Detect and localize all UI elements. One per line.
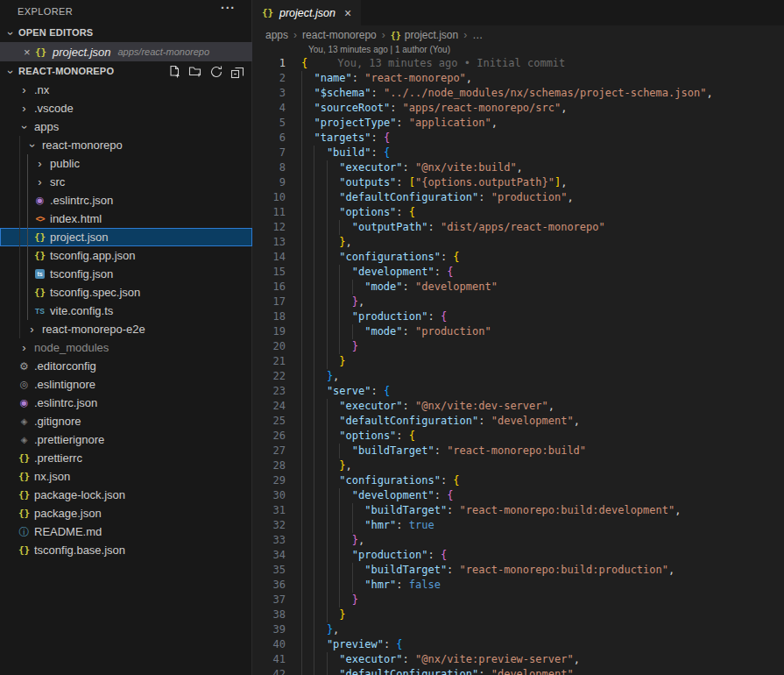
code-line-42[interactable]: 42"defaultConfiguration": "development" [253, 667, 784, 675]
more-actions-icon[interactable]: ··· [221, 1, 236, 15]
explorer-title-bar: EXPLORER ··· [0, 0, 251, 23]
indent-guide [301, 160, 314, 175]
tree-item-react-monorepo[interactable]: ›react-monorepo [0, 136, 252, 154]
tree-item-readme-md[interactable]: ⓘREADME.md [0, 522, 252, 541]
tree-item-apps[interactable]: ›apps [0, 117, 252, 136]
code-line-21[interactable]: 21} [253, 354, 784, 369]
tree-item-public[interactable]: ›public [0, 154, 252, 173]
code-line-23[interactable]: 23"serve": { [253, 384, 784, 399]
new-folder-icon[interactable] [187, 64, 202, 79]
tree-item--vscode[interactable]: ›.vscode [0, 99, 252, 117]
codelens-annotation[interactable]: You, 13 minutes ago | 1 author (You) [308, 45, 450, 54]
code-line-31[interactable]: 31"buildTarget": "react-monorepo:build:d… [253, 503, 784, 518]
code-line-39[interactable]: 39}, [253, 622, 784, 637]
tree-item--nx[interactable]: ›.nx [0, 81, 252, 99]
workspace-section-header[interactable]: › REACT-MONOREPO [0, 61, 251, 81]
code-line-41[interactable]: 41"executor": "@nx/vite:preview-server", [253, 652, 784, 667]
refresh-icon[interactable] [208, 64, 223, 79]
indent-guide [301, 444, 314, 458]
code-line-38[interactable]: 38} [253, 608, 784, 622]
tree-item--prettierrc[interactable]: {}.prettierrc [0, 449, 252, 467]
code-line-33[interactable]: 33}, [253, 533, 784, 548]
code-token: : [371, 146, 383, 159]
close-icon[interactable]: × [24, 46, 34, 59]
tab-project-json[interactable]: {} project.json × [253, 0, 361, 25]
code-line-22[interactable]: 22}, [253, 369, 784, 384]
code-line-35[interactable]: 35"buildTarget": "react-monorepo:build:p… [253, 563, 784, 578]
indent-guide [314, 429, 326, 444]
tab-close-icon[interactable]: × [343, 6, 353, 20]
tree-item--prettierignore[interactable]: ◈.prettierignore [0, 430, 252, 449]
open-editor-item[interactable]: × {} project.json apps/react-monorepo [0, 42, 252, 61]
code-line-2[interactable]: 2"name": "react-monorepo", [253, 71, 784, 86]
collapse-all-icon[interactable] [230, 64, 244, 79]
code-line-30[interactable]: 30"development": { [253, 488, 784, 503]
tree-item-package-json[interactable]: {}package.json [0, 504, 252, 522]
section-actions [166, 64, 244, 79]
code-token: , [574, 415, 580, 427]
code-line-36[interactable]: 36"hmr": false [253, 578, 784, 593]
tree-item-tsconfig-app-json[interactable]: {}tsconfig.app.json [0, 246, 252, 265]
code-token: "production" [352, 310, 428, 323]
tree-item-tsconfig-spec-json[interactable]: {}tsconfig.spec.json [0, 283, 252, 302]
tree-item-nx-json[interactable]: {}nx.json [0, 467, 252, 486]
code-line-28[interactable]: 28}, [253, 458, 784, 473]
code-line-34[interactable]: 34"production": { [253, 548, 784, 563]
breadcrumb-label: project.json [405, 29, 458, 41]
code-line-29[interactable]: 29"configurations": { [253, 473, 784, 488]
code-line-26[interactable]: 26"options": { [253, 429, 784, 444]
breadcrumb-item--[interactable]: … [472, 29, 483, 41]
code-line-17[interactable]: 17}, [253, 295, 784, 309]
code-line-27[interactable]: 27"buildTarget": "react-monorepo:build" [253, 444, 784, 458]
new-file-icon[interactable] [166, 64, 181, 79]
code-line-11[interactable]: 11"options": { [253, 205, 784, 220]
tree-item-project-json[interactable]: {}project.json [0, 228, 252, 246]
tree-item--editorconfig[interactable]: ⚙.editorconfig [0, 357, 252, 375]
breadcrumb-item-project-json[interactable]: {}project.json [391, 29, 458, 41]
code-line-6[interactable]: 6"targets": { [253, 131, 784, 146]
tree-item--eslintrc-json[interactable]: ◉.eslintrc.json [0, 191, 252, 210]
tree-item--gitignore[interactable]: ◈.gitignore [0, 412, 252, 430]
code-line-13[interactable]: 13}, [253, 235, 784, 250]
code-line-25[interactable]: 25"defaultConfiguration": "development", [253, 414, 784, 429]
tree-item-index-html[interactable]: <>index.html [0, 210, 252, 228]
code-line-16[interactable]: 16"mode": "development" [253, 280, 784, 295]
open-editors-header[interactable]: › OPEN EDITORS [0, 23, 251, 42]
code-line-32[interactable]: 32"hmr": true [253, 518, 784, 533]
tree-item-react-monorepo-e2e[interactable]: ›react-monorepo-e2e [0, 320, 252, 338]
code-line-3[interactable]: 3"$schema": "../../node_modules/nx/schem… [253, 86, 784, 101]
breadcrumb-item-apps[interactable]: apps [265, 29, 288, 41]
tree-item--eslintrc-json[interactable]: ◉.eslintrc.json [0, 394, 252, 412]
tree-item-label: .gitignore [34, 415, 81, 428]
code-line-37[interactable]: 37} [253, 593, 784, 608]
code-line-8[interactable]: 8"executor": "@nx/vite:build", [253, 160, 784, 175]
code-line-40[interactable]: 40"preview": { [253, 637, 784, 652]
code-line-14[interactable]: 14"configurations": { [253, 250, 784, 265]
code-line-10[interactable]: 10"defaultConfiguration": "production", [253, 190, 784, 205]
code-line-5[interactable]: 5"projectType": "application", [253, 116, 784, 131]
code-line-1[interactable]: 1{You, 13 minutes ago • Initial commit [253, 56, 784, 71]
line-content: "options": { [301, 205, 415, 220]
tree-item-vite-config-ts[interactable]: TSvite.config.ts [0, 302, 252, 320]
tree-item-node-modules[interactable]: ›node_modules [0, 338, 252, 357]
code-line-7[interactable]: 7"build": { [253, 146, 784, 160]
code-line-15[interactable]: 15"development": { [253, 265, 784, 280]
breadcrumb-separator-icon: › [382, 29, 385, 41]
code-line-12[interactable]: 12"outputPath": "dist/apps/react-monorep… [253, 220, 784, 235]
json-braces-icon: {} [33, 250, 46, 261]
code-line-24[interactable]: 24"executor": "@nx/vite:dev-server", [253, 399, 784, 414]
code-area[interactable]: 1{You, 13 minutes ago • Initial commit2"… [253, 56, 784, 675]
tree-item--eslintignore[interactable]: ◎.eslintignore [0, 375, 252, 394]
breadcrumb-item-react-monorepo[interactable]: react-monorepo [302, 29, 377, 41]
tree-item-tsconfig-json[interactable]: tstsconfig.json [0, 265, 252, 283]
code-line-19[interactable]: 19"mode": "production" [253, 324, 784, 339]
code-line-9[interactable]: 9"outputs": ["{options.outputPath}"], [253, 175, 784, 190]
code-line-20[interactable]: 20} [253, 339, 784, 354]
code-token: "projectType" [314, 117, 396, 129]
code-token: : [352, 72, 364, 84]
tree-item-tsconfig-base-json[interactable]: {}tsconfig.base.json [0, 541, 252, 559]
code-line-18[interactable]: 18"production": { [253, 309, 784, 324]
tree-item-src[interactable]: ›src [0, 173, 252, 191]
tree-item-package-lock-json[interactable]: {}package-lock.json [0, 486, 252, 504]
code-line-4[interactable]: 4"sourceRoot": "apps/react-monorepo/src"… [253, 101, 784, 116]
